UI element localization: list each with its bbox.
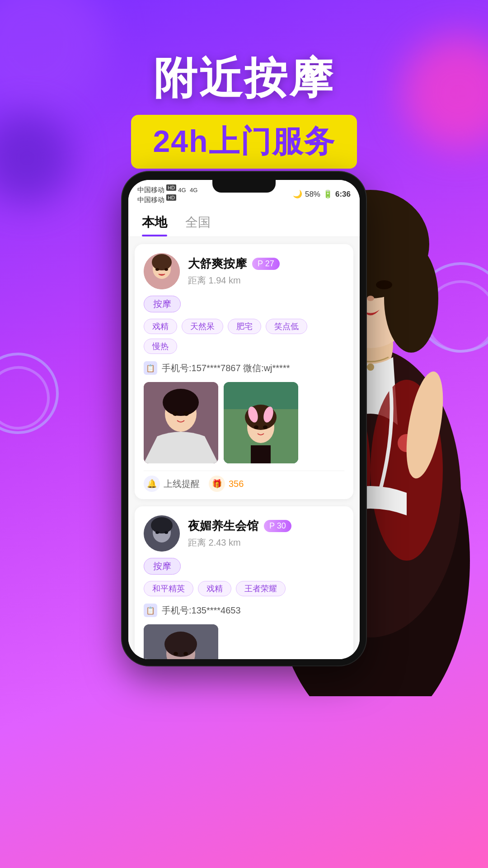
- svg-point-8: [376, 280, 392, 289]
- distance-2: 距离 2.43 km: [188, 537, 344, 549]
- svg-point-29: [173, 411, 178, 416]
- battery-percent: 58%: [305, 190, 320, 199]
- phone-screen: 中国移动 HD 4G 4G 中国移动 HD 🌙 58% 🔋 6:36 本地 全国: [128, 180, 360, 659]
- svg-point-30: [183, 411, 189, 416]
- tag-0: 戏精: [144, 319, 177, 334]
- carrier-line1: 中国移动 HD 4G 4G: [137, 184, 197, 194]
- battery-icon: 🔋: [323, 189, 333, 199]
- hero-title: 附近按摩: [0, 54, 488, 102]
- action-row-1: 🔔 上线提醒 🎁 356: [144, 471, 344, 492]
- contact-row-2: 📋 手机号:135****4653: [144, 604, 344, 617]
- video-thumb-1[interactable]: [144, 624, 218, 659]
- bell-icon: 🔔: [144, 476, 160, 492]
- name-row-2: 夜媚养生会馆 P 30: [188, 518, 344, 534]
- vip-badge-1: P 27: [252, 258, 280, 270]
- svg-point-44: [164, 531, 168, 534]
- photo-1a[interactable]: [144, 382, 218, 463]
- svg-point-28: [163, 389, 199, 416]
- svg-point-23: [152, 254, 172, 270]
- distance-1: 距离 1.94 km: [188, 274, 344, 287]
- tags-row-2: 和平精英 戏精 王者荣耀: [144, 581, 344, 596]
- svg-point-36: [263, 425, 267, 429]
- svg-point-24: [155, 268, 159, 271]
- profile-row-1: 大舒爽按摩 P 27 距离 1.94 km: [144, 253, 344, 289]
- svg-point-25: [164, 268, 168, 271]
- tab-national[interactable]: 全国: [185, 214, 211, 236]
- gift-icon: 🎁: [209, 476, 225, 492]
- content-area: 大舒爽按摩 P 27 距离 1.94 km 按摩 戏精 天然呆 肥宅 笑: [128, 237, 360, 659]
- svg-point-6: [384, 244, 438, 353]
- carrier-line2: 中国移动 HD: [137, 194, 197, 204]
- profile-row-2: 夜媚养生会馆 P 30 距离 2.43 km: [144, 515, 344, 552]
- reminder-label: 上线提醒: [164, 478, 200, 490]
- photo-placeholder-1a: [144, 382, 218, 463]
- svg-point-17: [367, 363, 374, 371]
- hero-section: 附近按摩 24h上门服务: [0, 54, 488, 169]
- carrier-info: 中国移动 HD 4G 4G 中国移动 HD: [137, 184, 197, 204]
- service-tag-label-2: 按摩: [144, 558, 181, 575]
- avatar-2: [144, 515, 180, 552]
- moon-icon: 🌙: [293, 189, 302, 199]
- tag2-2: 王者荣耀: [236, 581, 286, 596]
- phone-wrapper: 中国移动 HD 4G 4G 中国移动 HD 🌙 58% 🔋 6:36 本地 全国: [122, 172, 366, 665]
- svg-point-35: [254, 425, 258, 429]
- svg-point-43: [155, 531, 159, 534]
- tag-3: 笑点低: [266, 319, 307, 334]
- tag-2: 肥宅: [228, 319, 261, 334]
- photos-row-1: [144, 382, 344, 463]
- avatar-1: [144, 253, 180, 289]
- gift-btn[interactable]: 🎁 356: [209, 476, 244, 492]
- listing-card-1[interactable]: 大舒爽按摩 P 27 距离 1.94 km 按摩 戏精 天然呆 肥宅 笑: [135, 244, 353, 499]
- phone-frame: 中国移动 HD 4G 4G 中国移动 HD 🌙 58% 🔋 6:36 本地 全国: [122, 172, 366, 665]
- svg-point-47: [164, 632, 197, 657]
- tab-local[interactable]: 本地: [142, 214, 167, 236]
- contact-text-1: 手机号:157****7867 微信:wj*****: [162, 362, 290, 374]
- listing-name-2: 夜媚养生会馆: [188, 518, 258, 534]
- hero-subtitle: 24h上门服务: [153, 124, 335, 158]
- svg-point-42: [151, 517, 173, 533]
- status-right: 🌙 58% 🔋 6:36: [293, 189, 351, 199]
- listing-name-1: 大舒爽按摩: [188, 256, 247, 272]
- svg-rect-39: [251, 445, 271, 463]
- vip-badge-2: P 30: [264, 520, 291, 532]
- service-tag-label-1: 按摩: [144, 296, 181, 312]
- photo-1b[interactable]: [224, 382, 298, 463]
- tab-bar: 本地 全国: [128, 207, 360, 237]
- tag2-1: 戏精: [198, 581, 231, 596]
- service-tag-2[interactable]: 按摩: [144, 558, 344, 581]
- contact-icon-2: 📋: [144, 604, 157, 617]
- svg-point-48: [174, 652, 178, 656]
- service-tag-1[interactable]: 按摩: [144, 296, 344, 319]
- gift-count: 356: [229, 479, 244, 489]
- phone-notch: [212, 180, 276, 193]
- time-display: 6:36: [335, 190, 351, 199]
- avatar-image-1: [144, 253, 180, 289]
- profile-info-1: 大舒爽按摩 P 27 距离 1.94 km: [188, 256, 344, 287]
- photo-placeholder-1b: [224, 382, 298, 463]
- photos-row-2: [144, 624, 344, 659]
- tags-row-1: 戏精 天然呆 肥宅 笑点低 慢热: [144, 319, 344, 354]
- contact-text-2: 手机号:135****4653: [162, 604, 241, 617]
- name-row-1: 大舒爽按摩 P 27: [188, 256, 344, 272]
- listing-card-2[interactable]: 夜媚养生会馆 P 30 距离 2.43 km 按摩 和平精英 戏精 王者荣耀: [135, 506, 353, 659]
- profile-info-2: 夜媚养生会馆 P 30 距离 2.43 km: [188, 518, 344, 549]
- svg-point-9: [367, 296, 374, 301]
- avatar-image-2: [144, 515, 180, 552]
- svg-point-49: [183, 652, 188, 656]
- tag-4: 慢热: [144, 339, 177, 354]
- online-reminder-btn[interactable]: 🔔 上线提醒: [144, 476, 200, 492]
- tag-1: 天然呆: [182, 319, 223, 334]
- tag2-0: 和平精英: [144, 581, 193, 596]
- contact-icon-1: 📋: [144, 361, 157, 375]
- contact-row-1: 📋 手机号:157****7867 微信:wj*****: [144, 361, 344, 375]
